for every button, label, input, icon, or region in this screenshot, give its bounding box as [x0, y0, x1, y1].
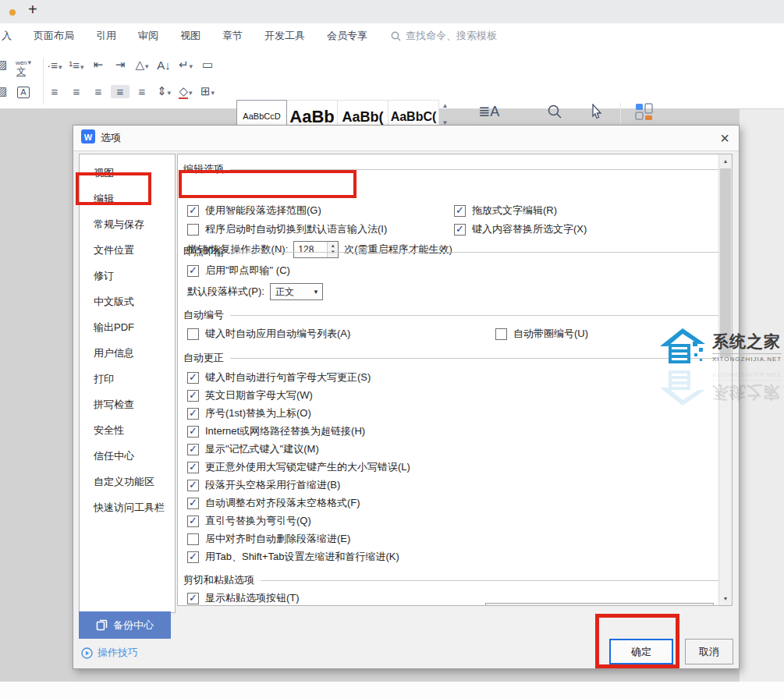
sidebar-item-trust-center[interactable]: 信任中心 — [80, 443, 175, 469]
dialog-titlebar[interactable]: W 选项 × — [73, 126, 739, 151]
checkbox-right-align-trailing-space[interactable]: 自动调整右对齐段落末空格格式(F) — [187, 496, 360, 510]
checkbox-capslock-correction[interactable]: 更正意外使用大写锁定键产生的大小写错误(L) — [187, 460, 410, 474]
sidebar-item-security[interactable]: 安全性 — [80, 417, 175, 443]
bullet-list-icon[interactable]: ·≡▾ — [45, 58, 64, 72]
text-direction-icon[interactable]: A↓ — [154, 58, 173, 72]
scroll-up-icon[interactable]: ▲ — [719, 154, 732, 168]
checkbox-center-remove-indent[interactable]: 居中对齐时自动删除段落缩进(E) — [187, 532, 350, 546]
checkbox-icon[interactable] — [187, 551, 199, 563]
align-left-icon[interactable]: ≡ — [45, 85, 64, 98]
checkbox-typing-replaces-selection[interactable]: 键入内容替换所选文字(X) — [454, 222, 587, 236]
checkbox-drag-drop-editing[interactable]: 拖放式文字编辑(R) — [454, 204, 557, 218]
checkbox-auto-circled-number[interactable]: 自动带圈编号(U) — [495, 327, 588, 341]
checkbox-capitalize-dates[interactable]: 英文日期首字母大写(W) — [187, 388, 313, 402]
scroll-down-icon[interactable]: ▼ — [719, 592, 732, 605]
options-dialog: W 选项 × 视图 编辑 常规与保存 文件位置 修订 中文版式 输出PDF 用户… — [73, 125, 740, 669]
distribute-icon[interactable]: ≡ — [133, 85, 151, 98]
sidebar-item-chinese-layout[interactable]: 中文版式 — [80, 289, 175, 314]
tips-link[interactable]: 操作技巧 — [81, 646, 138, 660]
checkbox-leading-space-indent[interactable]: 段落开头空格采用行首缩进(B) — [187, 478, 340, 492]
sidebar-item-view[interactable]: 视图 — [80, 160, 175, 186]
menu-item-section[interactable]: 章节 — [222, 29, 243, 43]
sidebar-item-general-save[interactable]: 常规与保存 — [80, 211, 175, 237]
default-style-dropdown[interactable]: 正文 ▼ — [270, 283, 323, 300]
checkbox-icon[interactable] — [187, 205, 199, 217]
checkbox-icon[interactable] — [187, 328, 199, 340]
checkbox-enable-click-and-type[interactable]: 启用"即点即输" (C) — [187, 264, 290, 278]
checkbox-autocomplete-suggestions[interactable]: 显示"记忆式键入"建议(M) — [187, 442, 319, 456]
menu-item-view[interactable]: 视图 — [180, 29, 200, 43]
align-right-icon[interactable]: ≡ — [89, 85, 108, 98]
increase-indent-icon[interactable]: ⇥ — [111, 58, 129, 72]
text-layout-icon: ≣A — [478, 100, 499, 123]
menu-item-member[interactable]: 会员专享 — [327, 29, 367, 43]
checkbox-icon[interactable] — [454, 224, 466, 236]
checkbox-icon[interactable] — [187, 593, 199, 604]
menu-item-dev-tools[interactable]: 开发工具 — [264, 29, 305, 43]
sidebar-item-print[interactable]: 打印 — [80, 366, 175, 392]
borders-icon[interactable]: ⊞▾ — [198, 84, 217, 98]
checkbox-icon[interactable] — [187, 516, 199, 527]
checkbox-icon[interactable] — [187, 444, 199, 455]
checkbox-capitalize-sentence[interactable]: 键入时自动进行句首字母大写更正(S) — [187, 370, 371, 384]
style-scroll-up-icon[interactable]: ▲ — [439, 102, 451, 109]
sidebar-item-file-locations[interactable]: 文件位置 — [80, 237, 175, 263]
checkbox-icon[interactable] — [187, 426, 199, 438]
highlight-icon[interactable]: ▨ — [0, 58, 11, 72]
numbered-list-icon[interactable]: ¹≡▾ — [67, 58, 86, 72]
checkbox-icon[interactable] — [187, 462, 199, 473]
checkbox-icon[interactable] — [187, 498, 199, 509]
checkbox-icon[interactable] — [187, 265, 199, 277]
checkbox-icon[interactable] — [187, 224, 199, 236]
checkbox-icon[interactable] — [187, 408, 199, 420]
character-border-icon[interactable]: A — [14, 84, 33, 98]
options-content: 编辑选项 使用智能段落选择范围(G) 拖放式文字编辑(R) 程序启动时自动切换到… — [177, 154, 733, 606]
sidebar-item-edit[interactable]: 编辑 — [80, 186, 175, 211]
document-page-edge — [0, 682, 784, 698]
new-tab-button[interactable]: + — [28, 1, 37, 19]
justify-icon[interactable]: ≡ — [111, 85, 129, 98]
checkbox-smart-quotes[interactable]: 直引号替换为弯引号(Q) — [187, 514, 311, 528]
sidebar-item-track-changes[interactable]: 修订 — [80, 263, 175, 289]
sidebar-item-spell-check[interactable]: 拼写检查 — [80, 392, 175, 417]
ok-button[interactable]: 确定 — [609, 639, 673, 664]
shading-icon[interactable]: ◇▾ — [176, 84, 195, 98]
close-icon[interactable]: × — [720, 129, 729, 147]
paragraph-mark-icon[interactable]: ↵▾ — [176, 58, 195, 72]
scrollbar-thumb[interactable] — [720, 168, 731, 357]
command-search[interactable]: 查找命令、搜索模板 — [391, 29, 497, 43]
sidebar-item-user-info[interactable]: 用户信息 — [80, 340, 175, 366]
pinyin-guide-icon[interactable]: wén文▾ — [14, 54, 33, 76]
checkbox-icon[interactable] — [187, 533, 199, 545]
checkbox-icon[interactable] — [187, 372, 199, 384]
decrease-indent-icon[interactable]: ⇤ — [89, 58, 108, 72]
menu-item-page-layout[interactable]: 页面布局 — [34, 29, 74, 43]
text-tool-icon[interactable]: ▭ — [198, 58, 217, 72]
align-center-icon[interactable]: ≡ — [67, 85, 86, 98]
checkbox-smart-paragraph-select[interactable]: 使用智能段落选择范围(G) — [187, 204, 321, 218]
menu-item-review[interactable]: 审阅 — [138, 29, 158, 43]
checkbox-icon[interactable] — [454, 205, 466, 217]
checkbox-auto-numbered-list[interactable]: 键入时自动应用自动编号列表(A) — [187, 327, 350, 341]
checkbox-hyperlink-paths[interactable]: Internet或网络路径替换为超链接(H) — [187, 424, 365, 438]
char-shading-icon[interactable]: ▨ — [0, 84, 11, 98]
checkbox-icon[interactable] — [495, 328, 507, 340]
sidebar-item-quick-access-toolbar[interactable]: 快速访问工具栏 — [80, 494, 175, 520]
checkbox-tab-indent[interactable]: 用Tab、Shift+Tab设置左缩进和首行缩进(K) — [187, 550, 399, 564]
sidebar-item-output-pdf[interactable]: 输出PDF — [80, 314, 175, 340]
menu-item-insert[interactable]: 入 — [2, 29, 12, 43]
section-cut-paste: 剪切和粘贴选项 — [183, 573, 720, 587]
line-spacing-icon[interactable]: ⇕▾ — [154, 84, 173, 98]
sidebar-item-customize-ribbon[interactable]: 自定义功能区 — [80, 469, 175, 494]
backup-center-button[interactable]: 备份中心 — [79, 611, 171, 639]
checkbox-show-paste-options[interactable]: 显示粘贴选项按钮(T) — [187, 591, 300, 605]
smart-format-icon[interactable]: △▾ — [133, 58, 151, 72]
find-replace-icon — [547, 100, 562, 123]
checkbox-icon[interactable] — [187, 390, 199, 402]
content-scrollbar[interactable]: ▲ ▼ — [718, 154, 732, 605]
checkbox-ordinal-superscript[interactable]: 序号(1st)替换为上标(O) — [187, 406, 311, 420]
checkbox-icon[interactable] — [187, 480, 199, 491]
menu-item-references[interactable]: 引用 — [96, 29, 116, 43]
cancel-button[interactable]: 取消 — [685, 639, 733, 664]
checkbox-ime-auto-switch[interactable]: 程序启动时自动切换到默认语言输入法(I) — [187, 222, 387, 236]
